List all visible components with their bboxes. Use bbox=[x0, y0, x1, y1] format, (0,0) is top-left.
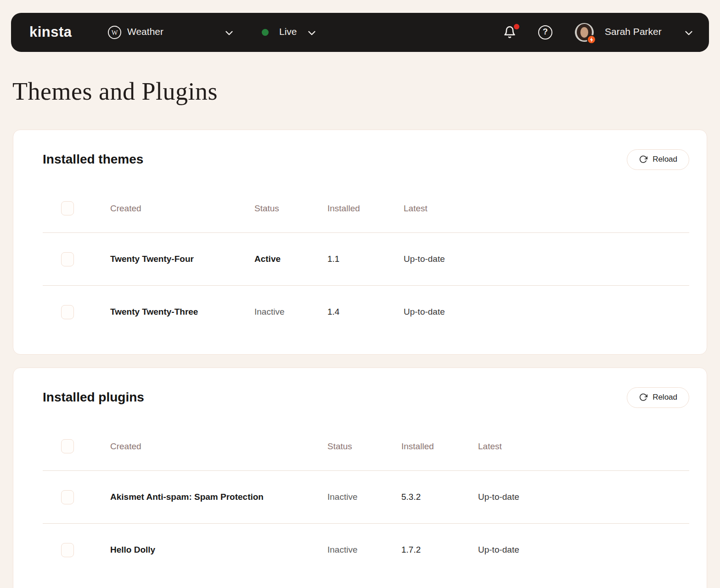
reload-label: Reload bbox=[652, 155, 677, 164]
plugin-installed-version: 5.3.2 bbox=[401, 492, 478, 502]
column-header-installed: Installed bbox=[401, 441, 478, 452]
plugins-table: Created Status Installed Latest Akismet … bbox=[43, 422, 689, 576]
theme-installed-version: 1.1 bbox=[327, 254, 404, 264]
column-header-status: Status bbox=[254, 204, 327, 214]
row-checkbox[interactable] bbox=[61, 543, 74, 557]
themes-table: Created Status Installed Latest Twenty T… bbox=[43, 184, 689, 338]
svg-text:W: W bbox=[112, 29, 118, 36]
plugins-card-title: Installed plugins bbox=[43, 390, 144, 405]
table-row: Akismet Anti-spam: Spam Protection Inact… bbox=[43, 470, 689, 523]
table-row: Hello Dolly Inactive 1.7.2 Up-to-date bbox=[43, 523, 689, 576]
installed-themes-card: Installed themes Reload Created Status I… bbox=[13, 130, 707, 355]
chevron-down-icon bbox=[306, 27, 318, 39]
top-navbar: kinsta W Weather Live ? Sarah Parker bbox=[11, 13, 709, 52]
chevron-down-icon bbox=[223, 27, 235, 39]
theme-status: Inactive bbox=[254, 307, 327, 317]
kinsta-logo: kinsta bbox=[29, 25, 72, 40]
plugin-status: Inactive bbox=[327, 545, 401, 555]
plugins-reload-button[interactable]: Reload bbox=[627, 387, 689, 408]
column-header-status: Status bbox=[327, 441, 401, 452]
installed-plugins-card: Installed plugins Reload Created Status … bbox=[13, 368, 707, 588]
theme-installed-version: 1.4 bbox=[327, 307, 404, 317]
theme-name: Twenty Twenty-Three bbox=[110, 307, 254, 317]
plugin-status: Inactive bbox=[327, 492, 401, 502]
reload-icon bbox=[639, 155, 647, 164]
row-checkbox[interactable] bbox=[61, 252, 74, 266]
plugin-installed-version: 1.7.2 bbox=[401, 545, 478, 555]
theme-latest-status: Up-to-date bbox=[404, 254, 689, 264]
live-status-dot bbox=[262, 29, 269, 36]
question-mark-glyph: ? bbox=[538, 27, 552, 37]
environment-selector-dropdown[interactable] bbox=[257, 13, 340, 52]
column-header-installed: Installed bbox=[327, 204, 404, 214]
user-menu-dropdown[interactable]: Sarah Parker bbox=[570, 13, 703, 52]
theme-latest-status: Up-to-date bbox=[404, 307, 689, 317]
column-header-created: Created bbox=[110, 441, 327, 452]
plugins-table-header: Created Status Installed Latest bbox=[43, 422, 689, 470]
plugin-latest-status: Up-to-date bbox=[478, 545, 689, 555]
select-all-checkbox[interactable] bbox=[61, 201, 74, 215]
notifications-button[interactable] bbox=[501, 26, 519, 40]
site-selector-label: Weather bbox=[127, 26, 163, 37]
row-checkbox[interactable] bbox=[61, 490, 74, 504]
themes-card-title: Installed themes bbox=[43, 152, 143, 167]
user-name: Sarah Parker bbox=[605, 26, 662, 37]
theme-status: Active bbox=[254, 254, 327, 264]
help-button[interactable]: ? bbox=[538, 25, 552, 40]
theme-name: Twenty Twenty-Four bbox=[110, 254, 254, 264]
themes-reload-button[interactable]: Reload bbox=[627, 149, 689, 170]
plugin-name: Akismet Anti-spam: Spam Protection bbox=[110, 492, 327, 502]
themes-table-header: Created Status Installed Latest bbox=[43, 184, 689, 232]
table-row: Twenty Twenty-Four Active 1.1 Up-to-date bbox=[43, 232, 689, 285]
chevron-down-icon bbox=[683, 27, 695, 39]
notification-unread-dot bbox=[514, 24, 519, 29]
page-title: Themes and Plugins bbox=[12, 77, 218, 106]
column-header-latest: Latest bbox=[404, 204, 689, 214]
table-row: Twenty Twenty-Three Inactive 1.4 Up-to-d… bbox=[43, 285, 689, 338]
reload-icon bbox=[639, 393, 647, 402]
plugin-name: Hello Dolly bbox=[110, 545, 327, 555]
column-header-created: Created bbox=[110, 204, 254, 214]
plugin-latest-status: Up-to-date bbox=[478, 492, 689, 502]
lightning-badge-icon bbox=[587, 35, 596, 44]
wordpress-icon: W bbox=[107, 25, 122, 40]
reload-label: Reload bbox=[652, 393, 677, 402]
column-header-latest: Latest bbox=[478, 441, 689, 452]
row-checkbox[interactable] bbox=[61, 305, 74, 319]
select-all-checkbox[interactable] bbox=[61, 439, 74, 453]
environment-label: Live bbox=[279, 26, 297, 37]
